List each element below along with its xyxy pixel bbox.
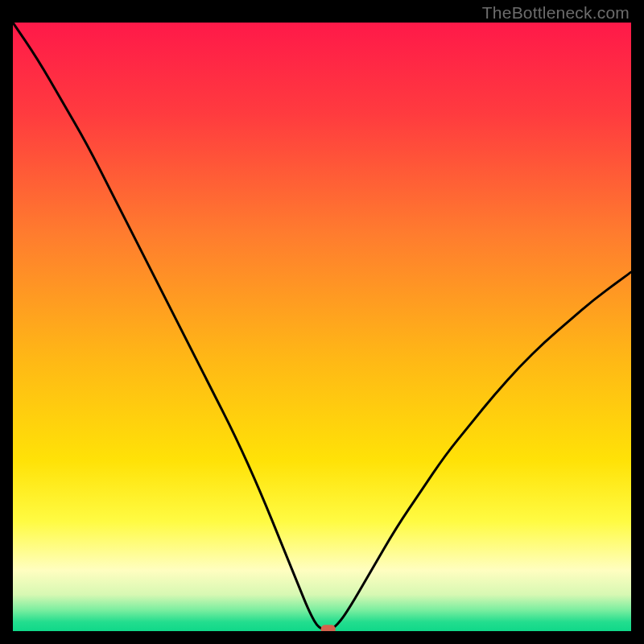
watermark-text: TheBottleneck.com bbox=[482, 3, 630, 23]
plot-area bbox=[13, 23, 631, 631]
gradient-background bbox=[13, 23, 631, 631]
chart-container: TheBottleneck.com bbox=[0, 0, 644, 644]
chart-svg bbox=[13, 23, 631, 631]
optimal-point-marker bbox=[321, 625, 336, 631]
